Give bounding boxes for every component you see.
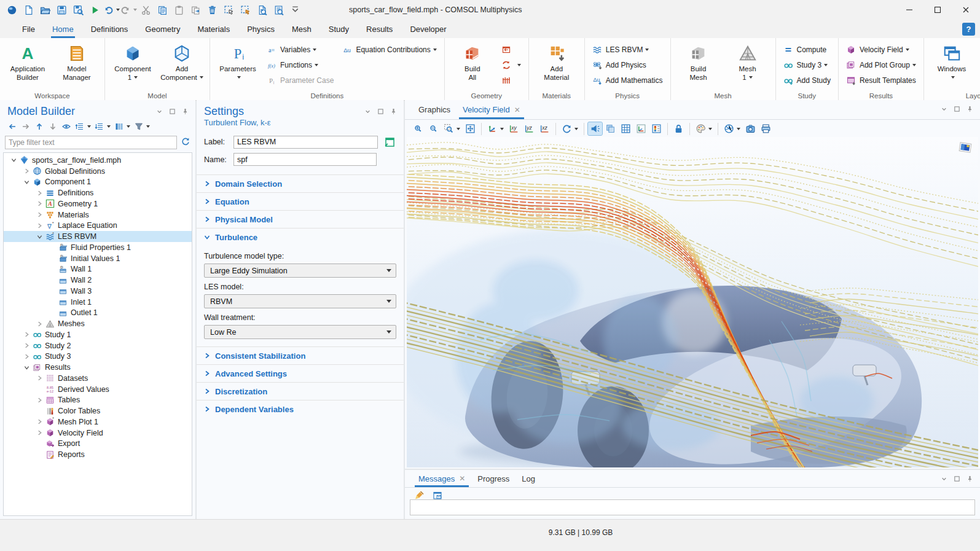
redo-icon[interactable]: [120, 2, 137, 18]
ribbon-geometry-rebuild-button[interactable]: [497, 57, 525, 72]
ribbon-build-all-button[interactable]: BuildAll: [448, 40, 497, 82]
float-window-icon[interactable]: [953, 475, 961, 483]
rotate-view-icon[interactable]: [560, 122, 580, 135]
filter-input[interactable]: [5, 136, 177, 149]
zoom-extents-icon[interactable]: [463, 122, 477, 135]
ribbon-add-study-button[interactable]: Add Study: [779, 72, 835, 88]
tree-item-results[interactable]: Results: [4, 362, 192, 373]
menu-tab-geometry[interactable]: Geometry: [136, 20, 189, 38]
tree-item-study-3[interactable]: Study 3: [4, 351, 192, 362]
section-dependent-variables[interactable]: Dependent Variables: [197, 401, 404, 418]
tree-item-initial-values-1[interactable]: DInitial Values 1: [4, 253, 192, 264]
tree-right-chevron-icon[interactable]: [22, 332, 31, 337]
tree-item-fluid-properties-1[interactable]: DFluid Properties 1: [4, 242, 192, 253]
ribbon-parameter-case-button[interactable]: PiParameter Case: [262, 72, 338, 88]
collapse-tree-icon[interactable]: [74, 120, 92, 133]
section-consistent-stabilization[interactable]: Consistent Stabilization: [197, 347, 404, 364]
ribbon-add-physics-button[interactable]: Add Physics: [588, 57, 667, 72]
search-document-icon[interactable]: [254, 2, 270, 18]
snapshot-camera-icon[interactable]: [743, 122, 758, 135]
tab-graphics[interactable]: Graphics: [412, 100, 457, 119]
tree-right-chevron-icon[interactable]: [22, 168, 31, 174]
select-region-icon[interactable]: [221, 2, 237, 18]
ribbon-parameters-button[interactable]: PiParameters: [213, 40, 262, 82]
float-window-icon[interactable]: [377, 107, 385, 115]
pin-icon[interactable]: [390, 107, 398, 115]
tree-right-chevron-icon[interactable]: [34, 375, 44, 381]
tree-item-global-definitions[interactable]: Global Definitions: [4, 166, 192, 177]
tree-item-laplace-equation[interactable]: ∇*Laplace Equation: [4, 221, 192, 232]
tree-down-chevron-icon[interactable]: [9, 157, 18, 163]
ribbon-variables-button[interactable]: a=Variables: [262, 42, 338, 57]
tree-right-chevron-icon[interactable]: [34, 212, 44, 217]
view-yz-icon[interactable]: yz: [522, 122, 536, 135]
tree-item-definitions[interactable]: Definitions: [4, 187, 192, 198]
deselect-region-icon[interactable]: [237, 2, 253, 18]
ribbon-build-mesh-button[interactable]: BuildMesh: [674, 40, 723, 82]
view-xz-icon[interactable]: xz: [538, 122, 552, 135]
copy-icon[interactable]: [154, 2, 170, 18]
ribbon-functions-button[interactable]: f(x)Functions: [262, 57, 338, 72]
tree-right-chevron-icon[interactable]: [34, 321, 44, 327]
delete-icon[interactable]: [204, 2, 220, 18]
nav-forward-icon[interactable]: [20, 120, 32, 133]
expand-tree-icon[interactable]: [93, 120, 112, 133]
tree-item-velocity-field[interactable]: Velocity Field: [4, 428, 192, 439]
tree-item-outlet-1[interactable]: Outlet 1: [4, 308, 192, 319]
open-folder-icon[interactable]: [37, 2, 53, 18]
tree-item-export[interactable]: Export: [4, 439, 192, 450]
float-window-icon[interactable]: [953, 105, 961, 113]
ribbon-velocity-field-button[interactable]: Velocity Field: [842, 42, 920, 57]
ribbon-result-templates-button[interactable]: Result Templates: [842, 72, 920, 88]
menu-tab-file[interactable]: File: [14, 20, 44, 38]
tree-item-materials[interactable]: Materials: [4, 209, 192, 221]
menu-tab-mesh[interactable]: Mesh: [283, 20, 320, 38]
save-as-icon[interactable]: [70, 2, 86, 18]
ribbon-les-rbvm-button[interactable]: LES RBVM: [588, 42, 667, 57]
collapse-chevron-icon[interactable]: [940, 475, 948, 483]
overflow-chevron-icon[interactable]: [287, 2, 303, 18]
section-advanced-settings[interactable]: Advanced Settings: [197, 365, 404, 382]
undo-icon[interactable]: [103, 2, 120, 18]
tree-item-component-1[interactable]: Component 1: [4, 177, 192, 188]
ribbon-add-component-button[interactable]: AddComponent: [157, 40, 206, 82]
zoom-box-icon[interactable]: [442, 122, 462, 135]
tree-item-reports[interactable]: Reports: [4, 449, 192, 460]
section-turbulence[interactable]: Turbulence: [197, 229, 404, 246]
menu-tab-study[interactable]: Study: [320, 20, 358, 38]
close-tab-icon[interactable]: ✕: [514, 106, 520, 114]
menu-tab-home[interactable]: Home: [44, 20, 82, 38]
tree-item-geometry-1[interactable]: AGeometry 1: [4, 198, 192, 209]
name-field[interactable]: [233, 153, 377, 166]
tree-item-study-2[interactable]: Study 2: [4, 340, 192, 351]
tree-right-chevron-icon[interactable]: [22, 354, 31, 359]
paste-icon[interactable]: [171, 2, 187, 18]
tree-item-study-1[interactable]: Study 1: [4, 329, 192, 340]
maximize-button[interactable]: [923, 0, 952, 20]
section-domain-selection[interactable]: Domain Selection: [197, 175, 404, 192]
show-in-model-builder-button[interactable]: [383, 135, 396, 149]
axes-box-icon[interactable]: [634, 122, 648, 135]
dropdown-wall-treatment[interactable]: Low Re: [204, 325, 396, 339]
ribbon-add-mathematics-button[interactable]: ΔuAdd Mathematics: [588, 72, 667, 88]
move-up-icon[interactable]: [33, 120, 45, 133]
ribbon-model-manager-button[interactable]: ModelManager: [52, 40, 101, 82]
tree-right-chevron-icon[interactable]: [22, 343, 31, 348]
section-equation[interactable]: Equation: [197, 193, 404, 210]
tree-down-chevron-icon[interactable]: [34, 234, 44, 240]
orientation-axes-icon[interactable]: [485, 122, 506, 135]
ribbon-add-material-button[interactable]: AddMaterial: [532, 40, 581, 82]
show-eye-icon[interactable]: [60, 120, 73, 133]
ribbon-reset-desktop-button[interactable]: ResetDesktop: [976, 40, 980, 82]
tree-item-datasets[interactable]: Datasets: [4, 373, 192, 384]
menu-tab-results[interactable]: Results: [358, 20, 401, 38]
run-icon[interactable]: [87, 2, 103, 18]
tree-right-chevron-icon[interactable]: [34, 419, 44, 424]
menu-tab-physics[interactable]: Physics: [238, 20, 283, 38]
tree-item-sports-car-flow-field-mph[interactable]: sports_car_flow_field.mph: [4, 155, 192, 166]
refresh-icon[interactable]: [181, 136, 190, 149]
tree-right-chevron-icon[interactable]: [34, 201, 44, 206]
tree-item-derived-values[interactable]: 8.85e-12Derived Values: [4, 384, 192, 395]
zoom-in-icon[interactable]: [411, 122, 425, 135]
ribbon-geometry-import-button[interactable]: [497, 42, 525, 57]
